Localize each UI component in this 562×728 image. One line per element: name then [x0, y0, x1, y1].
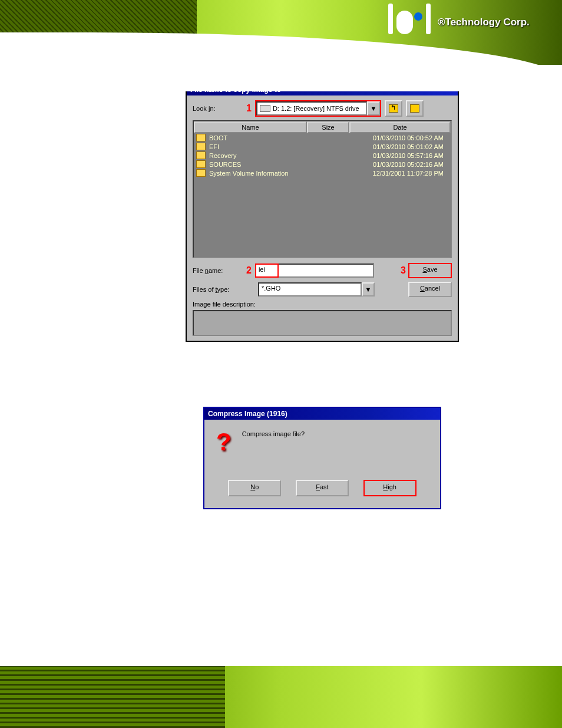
lookin-row: Look in: 1 D: 1.2: [Recovery] NTFS drive… — [193, 100, 452, 117]
up-folder-button[interactable] — [385, 100, 402, 117]
no-button[interactable]: No — [228, 480, 281, 496]
marker-2: 2 — [246, 265, 252, 276]
message-row: ? Compress image file? — [216, 428, 428, 456]
cancel-button[interactable]: Cancel — [408, 282, 452, 297]
desc-label: Image file description: — [193, 301, 452, 308]
logo-letter-i2 — [426, 11, 431, 34]
button-row: No Fast High — [216, 480, 428, 496]
folder-icon — [196, 143, 206, 150]
filename-input-highlight[interactable]: iei — [255, 263, 279, 278]
header-name[interactable]: Name — [194, 121, 307, 133]
filetype-label: Files of type: — [193, 286, 243, 293]
file-name: SOURCES — [209, 161, 327, 168]
filename-label: File name: — [193, 267, 243, 274]
filetype-combo[interactable]: *.GHO — [258, 282, 362, 297]
logo-dot-icon — [414, 12, 422, 21]
file-list-header: Name Size Date — [194, 121, 451, 133]
file-rows: BOOT01/03/2010 05:00:52 AM EFI01/03/2010… — [194, 133, 451, 177]
logo-letter-i1 — [388, 11, 393, 34]
filetype-dropdown-button[interactable]: ▼ — [362, 282, 375, 297]
file-date: 01/03/2010 05:01:02 AM — [373, 143, 448, 150]
header-size[interactable]: Size — [307, 121, 349, 133]
file-date: 01/03/2010 05:02:16 AM — [373, 161, 448, 168]
drive-combo[interactable]: D: 1.2: [Recovery] NTFS drive ▼ — [255, 100, 381, 117]
logo: ®Technology Corp. — [388, 5, 541, 40]
header-date[interactable]: Date — [349, 121, 451, 133]
up-folder-icon — [389, 104, 398, 113]
page: ®Technology Corp. File name to copy imag… — [0, 0, 562, 728]
file-date: 01/03/2010 05:57:16 AM — [373, 152, 448, 159]
tagline: ®Technology Corp. — [438, 17, 530, 28]
new-folder-button[interactable] — [406, 100, 424, 117]
file-date: 01/03/2010 05:00:52 AM — [373, 134, 448, 141]
marker-3: 3 — [401, 265, 406, 276]
question-icon: ? — [216, 428, 232, 456]
filetype-row: Files of type: *.GHO ▼ Cancel — [193, 282, 452, 297]
folder-icon — [196, 160, 206, 168]
drive-combo-inner: D: 1.2: [Recovery] NTFS drive — [256, 101, 367, 116]
drive-icon — [260, 105, 270, 112]
file-name: System Volume Information — [209, 170, 327, 177]
filename-row: File name: 2 iei 3 Save — [193, 263, 452, 278]
dialog2-body: ? Compress image file? No Fast High — [204, 420, 440, 508]
file-date: 12/31/2001 11:07:28 PM — [373, 170, 448, 177]
list-item[interactable]: BOOT01/03/2010 05:00:52 AM — [194, 133, 451, 142]
drive-text: D: 1.2: [Recovery] NTFS drive — [273, 105, 359, 112]
filename-input[interactable] — [279, 263, 374, 278]
dialog2-titlebar: Compress Image (1916) — [204, 408, 440, 420]
file-name: BOOT — [209, 134, 327, 141]
dialog1-body: Look in: 1 D: 1.2: [Recovery] NTFS drive… — [187, 95, 458, 341]
logo-letter-e — [396, 11, 413, 34]
list-item[interactable]: SOURCES01/03/2010 05:02:16 AM — [194, 160, 451, 169]
fast-button[interactable]: Fast — [296, 480, 349, 496]
drive-dropdown-button[interactable]: ▼ — [367, 101, 380, 116]
folder-icon — [196, 151, 206, 159]
file-name: Recovery — [209, 152, 327, 159]
file-name: EFI — [209, 143, 327, 150]
lookin-label: Look in: — [193, 105, 243, 112]
compress-message: Compress image file? — [242, 428, 305, 437]
new-folder-icon — [410, 104, 419, 113]
high-button[interactable]: High — [363, 480, 416, 496]
folder-icon — [196, 134, 206, 141]
list-item[interactable]: System Volume Information12/31/2001 11:0… — [194, 169, 451, 177]
list-item[interactable]: EFI01/03/2010 05:01:02 AM — [194, 142, 451, 151]
compress-dialog: Compress Image (1916) ? Compress image f… — [203, 407, 441, 509]
file-save-dialog: File name to copy image to Look in: 1 D:… — [186, 83, 459, 342]
description-input[interactable] — [193, 310, 452, 336]
folder-icon — [196, 169, 206, 177]
bottom-banner — [0, 666, 562, 728]
content-area: File name to copy image to Look in: 1 D:… — [0, 65, 562, 509]
marker-1: 1 — [246, 103, 252, 114]
save-button[interactable]: Save — [408, 263, 452, 278]
file-list[interactable]: Name Size Date BOOT01/03/2010 05:00:52 A… — [193, 120, 452, 258]
list-item[interactable]: Recovery01/03/2010 05:57:16 AM — [194, 151, 451, 160]
